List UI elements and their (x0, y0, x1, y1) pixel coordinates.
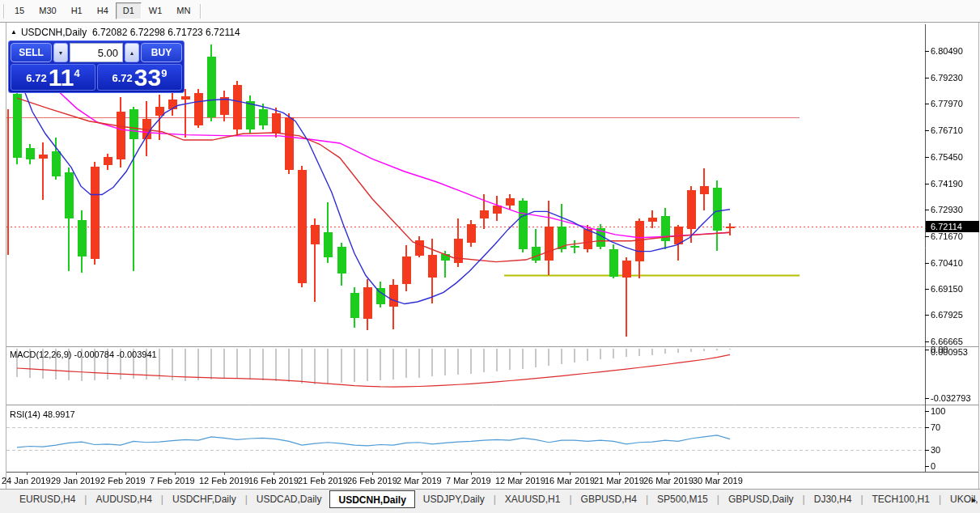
tabs-scroll-right-icon[interactable]: ► (970, 496, 978, 504)
tab-usdchf-daily[interactable]: USDCHF,Daily (164, 490, 244, 508)
trade-controls-row: SELL ▾ ▴ BUY (11, 43, 182, 62)
ask-price-sup: 9 (161, 67, 167, 79)
one-click-trading-panel: SELL ▾ ▴ BUY 6.72 11 4 6.72 33 9 (8, 40, 185, 93)
tab-eurusd-h4[interactable]: EURUSD,H4 (11, 490, 83, 508)
timeframe-m30-button[interactable]: M30 (32, 2, 63, 19)
timeframe-15-button[interactable]: 15 (7, 2, 32, 19)
chart-tabs-bar: EURUSD,H4|AUDUSD,H4|USDCHF,Daily|USDCAD,… (0, 489, 980, 513)
volume-spin-up-icon[interactable]: ▴ (125, 43, 139, 62)
bid-price-sup: 4 (74, 67, 79, 79)
tab-xauusd-h1[interactable]: XAUUSD,H1 (497, 490, 569, 508)
bid-price-prefix: 6.72 (26, 72, 46, 84)
quote-row: 6.72 11 4 6.72 33 9 (11, 64, 182, 91)
timeframe-h4-button[interactable]: H4 (90, 2, 116, 19)
ask-price-prefix: 6.72 (112, 72, 133, 84)
tab-usdcnh-daily[interactable]: USDCNH,Daily (329, 490, 414, 508)
volume-dropdown-icon[interactable]: ▾ (53, 43, 68, 62)
bid-price-big: 11 (49, 66, 74, 90)
tab-sp500-m15[interactable]: SP500,M15 (649, 490, 716, 508)
sell-button[interactable]: SELL (11, 43, 52, 62)
chart-title: ▲USDCNH,Daily 6.72082 6.72298 6.71723 6.… (11, 27, 240, 38)
tab-gbpusd-daily[interactable]: GBPUSD,Daily (720, 490, 802, 508)
timeframe-toolbar: 15M30H1H4D1W1MN (0, 0, 980, 23)
bid-price-box[interactable]: 6.72 11 4 (11, 64, 95, 91)
tab-gbpusd-h4[interactable]: GBPUSD,H4 (573, 490, 645, 508)
buy-button[interactable]: BUY (141, 43, 182, 62)
tab-audusd-h4[interactable]: AUDUSD,H4 (87, 490, 159, 508)
toolbar-separator (200, 4, 202, 19)
collapse-triangle-icon: ▲ (11, 28, 17, 36)
mt4-window: 15M30H1H4D1W1MN ▲USDCNH,Daily 6.72082 6.… (0, 0, 980, 513)
timeframe-w1-button[interactable]: W1 (142, 2, 170, 19)
volume-input[interactable] (70, 43, 123, 62)
ask-price-box[interactable]: 6.72 33 9 (97, 64, 182, 91)
chart-ohlc-values: 6.72082 6.72298 6.71723 6.72114 (92, 27, 240, 38)
toolbar-separator (3, 4, 5, 19)
tab-dj30-h4[interactable]: DJ30,H4 (806, 490, 860, 508)
chart-symbol-label: USDCNH,Daily (21, 27, 87, 38)
ask-price-big: 33 (134, 66, 161, 90)
tab-usdjpy-daily[interactable]: USDJPY,Daily (415, 490, 493, 508)
timeframe-mn-button[interactable]: MN (169, 2, 197, 19)
timeframe-d1-button[interactable]: D1 (116, 2, 142, 19)
tab-tech100-h1[interactable]: TECH100,H1 (864, 490, 938, 508)
timeframe-h1-button[interactable]: H1 (64, 2, 90, 19)
tab-usdcad-daily[interactable]: USDCAD,Daily (248, 490, 330, 508)
